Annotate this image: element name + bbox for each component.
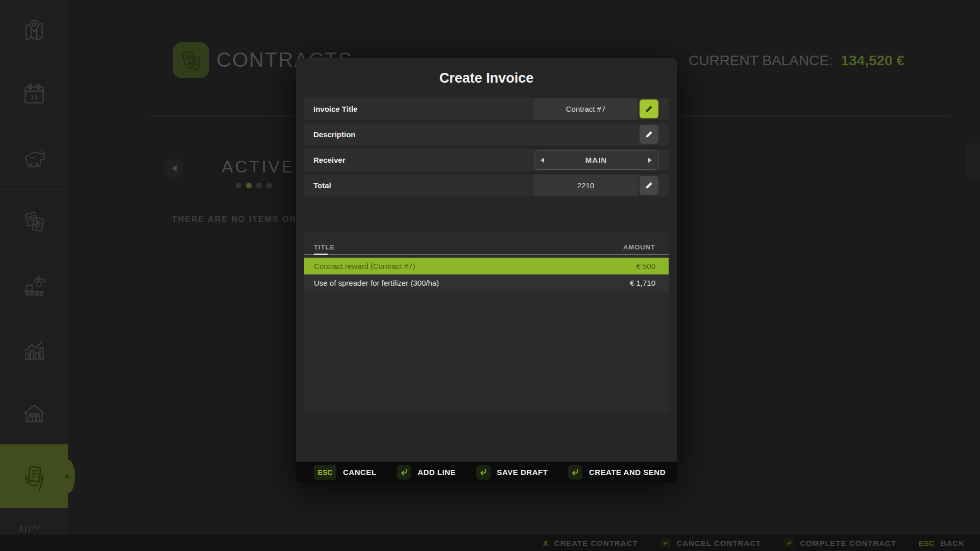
sidebar-item-production[interactable] (0, 253, 68, 317)
svg-text:15: 15 (30, 93, 38, 101)
cow-icon (19, 143, 49, 172)
next-tab-button[interactable] (967, 143, 980, 180)
sidebar-item-map[interactable] (0, 0, 68, 62)
pager-dot[interactable] (256, 183, 262, 188)
pager-dot[interactable] (236, 183, 241, 188)
spinner-left-arrow-icon[interactable] (541, 158, 544, 163)
contracts-documents-icon (177, 46, 205, 74)
field-label: Description (304, 130, 534, 139)
map-icon (19, 16, 49, 46)
sidebar-item-calendar[interactable]: 15 (0, 62, 68, 126)
page-footer-bar: X CREATE CONTRACT CANCEL CONTRACT COMPLE… (0, 535, 980, 551)
enter-key-icon (568, 465, 582, 480)
line-title: Use of spreader for fertilizer (300/ha) (314, 279, 439, 287)
total-value[interactable]: 2210 (534, 174, 638, 196)
line-amount: € 1,710 (630, 279, 655, 287)
calendar-icon: 15 (19, 79, 49, 109)
field-total: Total 2210 (304, 174, 669, 196)
pencil-icon (644, 104, 654, 114)
table-row-selected[interactable]: Contract reward (Contract #7) € 500 (304, 258, 669, 274)
sidebar-item-partial (15, 521, 44, 535)
sort-indicator (314, 254, 328, 255)
statistics-icon (19, 334, 49, 364)
line-amount: € 500 (636, 262, 655, 270)
dialog-title: Create Invoice (296, 70, 677, 86)
receiver-spinner[interactable]: MAIN (534, 150, 658, 170)
table-header-divider (304, 254, 669, 255)
game-screen: 15 (0, 0, 980, 551)
documents-icon (19, 207, 49, 236)
column-amount: AMOUNT (623, 243, 655, 251)
balance-label: CURRENT BALANCE: (689, 53, 833, 68)
receiver-value: MAIN (585, 156, 607, 164)
enter-key-icon (397, 465, 411, 480)
edit-total-button[interactable] (640, 176, 658, 195)
invoice-title-value[interactable]: Contract #7 (534, 98, 638, 120)
pencil-icon (644, 130, 654, 139)
field-label: Receiver (304, 156, 534, 164)
sidebar: 15 (0, 0, 68, 551)
sidebar-item-missions-selected[interactable] (0, 444, 68, 508)
cancel-contract-button[interactable]: CANCEL CONTRACT (660, 538, 762, 548)
x-key-badge: X (543, 539, 548, 547)
invoice-lines-panel: TITLE AMOUNT Contract reward (Contract #… (304, 232, 669, 413)
edit-description-button[interactable] (640, 125, 658, 144)
table-header: TITLE AMOUNT (304, 232, 669, 254)
pager-dots (236, 183, 272, 188)
field-receiver: Receiver MAIN (304, 149, 669, 171)
edit-invoice-title-button[interactable] (640, 99, 658, 118)
field-description: Description (304, 123, 669, 145)
missions-icon (19, 462, 49, 491)
create-invoice-dialog: Create Invoice Invoice Title Contract #7… (296, 58, 677, 483)
table-row[interactable]: Use of spreader for fertilizer (300/ha) … (304, 274, 669, 291)
previous-tab-button[interactable] (164, 159, 183, 178)
pencil-icon (644, 181, 654, 190)
workers-icon (19, 398, 49, 428)
sidebar-item-documents[interactable] (0, 189, 68, 254)
pager-dot-active[interactable] (246, 183, 252, 188)
save-draft-button[interactable]: SAVE DRAFT (476, 465, 548, 480)
enter-key-icon (783, 538, 794, 548)
dialog-action-bar: ESC CANCEL ADD LINE SAVE DRAFT CREATE A (296, 462, 677, 483)
selected-tab-arrow (66, 474, 72, 479)
add-line-button[interactable]: ADD LINE (397, 465, 456, 480)
esc-key-badge: ESC (919, 539, 935, 547)
pager-dot[interactable] (266, 183, 272, 188)
invoice-form: Invoice Title Contract #7 Description Re… (304, 98, 669, 200)
create-contract-button[interactable]: X CREATE CONTRACT (543, 539, 638, 547)
enter-key-icon (660, 538, 671, 548)
spinner-right-arrow-icon[interactable] (648, 158, 652, 163)
description-value[interactable] (534, 123, 638, 145)
balance-value: 134,520 € (841, 53, 904, 68)
line-title: Contract reward (Contract #7) (314, 262, 415, 270)
chevron-left-icon (168, 165, 177, 172)
esc-key-badge: ESC (314, 465, 336, 480)
sidebar-item-statistics[interactable] (0, 317, 68, 381)
enter-key-icon (476, 465, 491, 480)
sidebar-item-workers[interactable] (0, 381, 68, 445)
current-balance: CURRENT BALANCE: 134,520 € (689, 53, 904, 69)
back-button[interactable]: ESC BACK (919, 539, 965, 547)
field-invoice-title: Invoice Title Contract #7 (304, 98, 669, 120)
production-icon (19, 270, 49, 300)
field-label: Total (304, 181, 534, 190)
contracts-page-icon (173, 42, 209, 78)
column-title: TITLE (314, 243, 335, 251)
field-label: Invoice Title (304, 105, 534, 113)
cancel-button[interactable]: ESC CANCEL (314, 465, 377, 480)
complete-contract-button[interactable]: COMPLETE CONTRACT (783, 538, 896, 548)
sidebar-item-animals[interactable] (0, 126, 68, 190)
create-and-send-button[interactable]: CREATE AND SEND (568, 465, 666, 480)
